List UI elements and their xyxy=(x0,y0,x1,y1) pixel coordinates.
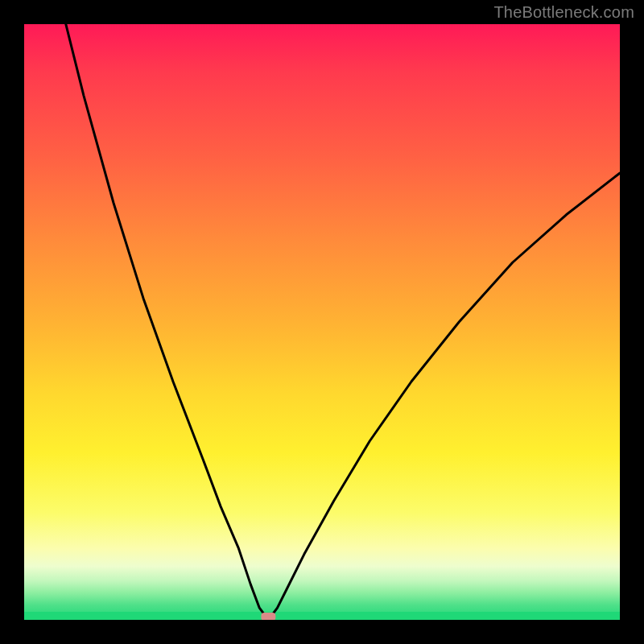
bottleneck-curve-path xyxy=(24,24,620,620)
chart-frame: TheBottleneck.com xyxy=(0,0,644,644)
watermark-text: TheBottleneck.com xyxy=(493,3,634,22)
plot-area xyxy=(24,24,620,620)
notch-marker xyxy=(261,613,275,620)
curve-svg xyxy=(24,24,620,620)
